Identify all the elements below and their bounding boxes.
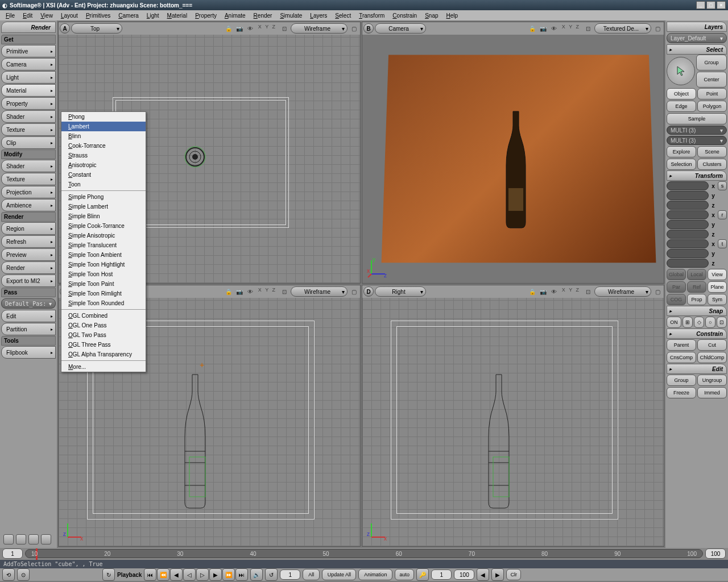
snap-header[interactable]: ▸Snap [667, 306, 727, 316]
menu-item-ogl-combined[interactable]: OGL Combined [61, 311, 146, 321]
clip-button[interactable]: Clip▸ [1, 136, 56, 149]
menu-item-simple-toon-ambient[interactable]: Simple Toon Ambient [61, 250, 146, 260]
last-frame-button[interactable]: ⏭ [235, 568, 248, 581]
audio-icon[interactable]: 🔊 [250, 568, 263, 581]
view-button[interactable]: View [708, 269, 727, 280]
lock-icon[interactable]: 🔒 [224, 287, 234, 296]
group-edit-button[interactable]: Group [667, 375, 696, 386]
eye-icon[interactable]: 👁 [549, 24, 559, 33]
camera-icon[interactable]: 📷 [538, 24, 548, 33]
range-start[interactable]: 1 [431, 569, 452, 580]
next-frame-button[interactable]: ▶ [209, 568, 222, 581]
menu-layout[interactable]: Layout [57, 11, 81, 20]
menu-item-constant[interactable]: Constant [61, 170, 146, 180]
maximize-viewport-icon[interactable]: ⊡ [583, 287, 593, 296]
expand-icon[interactable]: ▢ [652, 24, 663, 33]
prop-button[interactable]: Prop [687, 294, 706, 305]
freeze-button[interactable]: Freeze [667, 387, 696, 398]
sym-button[interactable]: Sym [708, 294, 727, 305]
material-button[interactable]: Material▸ [1, 84, 56, 97]
snap-opt2[interactable]: ◇ [694, 317, 704, 328]
display-mode-selector[interactable]: Textured De... [594, 23, 651, 34]
transform-t-x[interactable] [667, 239, 709, 248]
menu-item-simple-phong[interactable]: Simple Phong [61, 192, 146, 202]
xyz-label[interactable]: X Y Z [258, 24, 276, 33]
menu-view[interactable]: View [37, 11, 56, 20]
snap-on-button[interactable]: ON [667, 317, 681, 328]
maximize-viewport-icon[interactable]: ⊡ [583, 24, 593, 33]
prev-key-button[interactable]: ⏪ [157, 568, 169, 581]
first-frame-button[interactable]: ⏮ [144, 568, 156, 581]
transform-t-y[interactable] [667, 249, 709, 258]
light-button[interactable]: Light▸ [1, 71, 56, 84]
menu-camera[interactable]: Camera [115, 11, 142, 20]
layer-dropdown[interactable]: Layer_Default▾ [667, 33, 727, 43]
parent-button[interactable]: Parent [667, 339, 696, 351]
ref-button[interactable]: Ref [687, 281, 706, 293]
next-nav-icon[interactable]: ▶ [491, 568, 504, 581]
tool-icon-1[interactable] [3, 534, 14, 544]
lock-icon[interactable]: 🔒 [527, 24, 537, 33]
lock-icon[interactable]: 🔒 [527, 287, 537, 296]
menu-constrain[interactable]: Constrain [389, 11, 420, 20]
transform-t-z[interactable] [667, 259, 709, 268]
viewport-canvas[interactable]: zx [362, 298, 664, 546]
menu-simulate[interactable]: Simulate [276, 11, 305, 20]
display-mode-selector[interactable]: Wireframe [291, 286, 348, 297]
transform-s-x[interactable] [667, 181, 709, 190]
play-back-button[interactable]: ◁ [183, 568, 196, 581]
menu-item-ogl-three-pass[interactable]: OGL Three Pass [61, 340, 146, 350]
primitive-button[interactable]: Primitive▸ [1, 45, 56, 57]
next-key-button[interactable]: ⏩ [222, 568, 235, 581]
transform-r-x[interactable] [667, 210, 709, 219]
ungroup-button[interactable]: Ungroup [697, 375, 727, 386]
edit-header[interactable]: ▸Edit [667, 364, 727, 374]
menu-file[interactable]: File [2, 11, 18, 20]
expand-icon[interactable]: ▢ [349, 24, 359, 33]
transform-header[interactable]: ▸Transform [667, 171, 727, 181]
camera-icon[interactable]: 📷 [234, 24, 245, 33]
menu-item-ogl-one-pass[interactable]: OGL One Pass [61, 321, 146, 330]
preview-button[interactable]: Preview▸ [1, 248, 56, 261]
display-mode-selector[interactable]: Wireframe [594, 286, 651, 297]
edit-button[interactable]: Edit▸ [1, 310, 56, 322]
mode-selector[interactable]: Render [1, 22, 56, 33]
viewport-badge[interactable]: B [363, 23, 374, 34]
group-button[interactable]: Group [696, 55, 727, 70]
layers-header[interactable]: Layers [667, 22, 727, 32]
explore-button[interactable]: Explore [667, 146, 696, 157]
eye-icon[interactable]: 👁 [245, 287, 255, 296]
expand-icon[interactable]: ▢ [652, 287, 663, 296]
xyz-label[interactable]: X Y Z [562, 24, 580, 33]
texture-button[interactable]: Texture▸ [1, 123, 56, 136]
menu-property[interactable]: Property [192, 11, 220, 20]
menu-layers[interactable]: Layers [307, 11, 330, 20]
menu-material[interactable]: Material [164, 11, 191, 20]
menu-item-anisotropic[interactable]: Anisotropic [61, 160, 146, 170]
tool-icon-2[interactable] [16, 534, 26, 544]
cnscomp-button[interactable]: CnsComp [667, 352, 696, 363]
menu-animate[interactable]: Animate [221, 11, 249, 20]
snap-opt3[interactable]: ○ [705, 317, 715, 328]
cut-button[interactable]: Cut [697, 339, 727, 351]
menu-item-simple-translucent[interactable]: Simple Translucent [61, 240, 146, 250]
clr-button[interactable]: Clr [506, 569, 521, 580]
camera-button[interactable]: Camera▸ [1, 58, 56, 70]
key-icon[interactable]: 🔑 [416, 568, 429, 581]
menu-item-toon[interactable]: Toon [61, 180, 146, 189]
menu-item-more---[interactable]: More... [61, 362, 146, 372]
chldcomp-button[interactable]: ChldComp [697, 352, 727, 363]
menu-transform[interactable]: Transform [355, 11, 388, 20]
maximize-button[interactable]: □ [706, 1, 715, 9]
snap-opt1[interactable]: ⊞ [682, 317, 693, 328]
property-button[interactable]: Property▸ [1, 97, 56, 110]
menu-item-lambert[interactable]: Lambert [61, 122, 146, 131]
menu-select[interactable]: Select [332, 11, 354, 20]
sample-button[interactable]: Sample [667, 113, 727, 124]
viewport-badge[interactable]: D [363, 286, 374, 297]
select-header[interactable]: ▸Select [667, 44, 727, 55]
ambience-button[interactable]: Ambience▸ [1, 199, 56, 211]
viewport-badge[interactable]: A [60, 23, 70, 34]
display-mode-selector[interactable]: Wireframe [291, 23, 348, 34]
menu-item-strauss[interactable]: Strauss [61, 151, 146, 160]
